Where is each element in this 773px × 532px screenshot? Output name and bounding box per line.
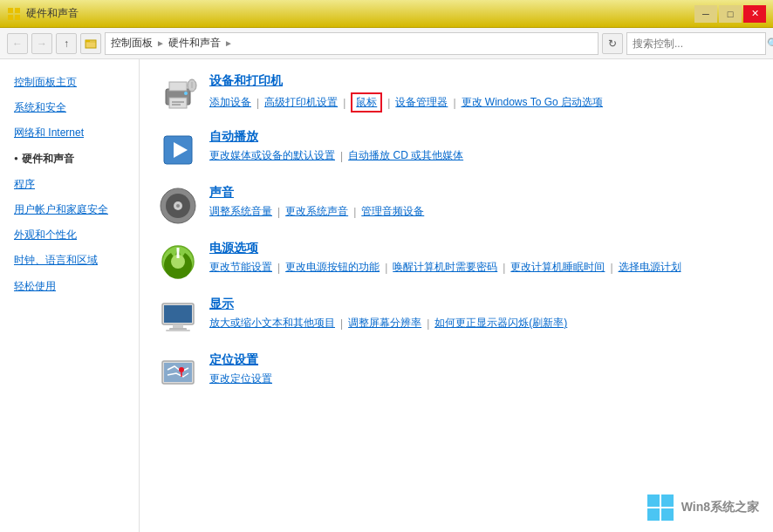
autoplay-title[interactable]: 自动播放 bbox=[209, 129, 756, 145]
svg-rect-2 bbox=[8, 15, 13, 20]
address-sep-2: ► bbox=[224, 38, 233, 48]
display-title[interactable]: 显示 bbox=[209, 297, 756, 312]
svg-rect-9 bbox=[172, 101, 184, 103]
link-default-settings[interactable]: 更改媒体或设备的默认设置 bbox=[209, 148, 335, 163]
power-title[interactable]: 电源选项 bbox=[209, 241, 756, 256]
link-add-device[interactable]: 添加设备 bbox=[209, 95, 251, 110]
svg-rect-25 bbox=[173, 324, 183, 328]
sep11: | bbox=[610, 262, 612, 274]
titlebar-left: 硬件和声音 bbox=[7, 6, 79, 21]
svg-point-30 bbox=[179, 367, 184, 372]
autoplay-content: 自动播放 更改媒体或设备的默认设置 | 自动播放 CD 或其他媒体 bbox=[209, 129, 756, 163]
minimize-button[interactable]: ─ bbox=[694, 5, 717, 23]
link-change-sounds[interactable]: 更改系统声音 bbox=[285, 204, 348, 219]
svg-rect-29 bbox=[164, 363, 192, 382]
window-title: 硬件和声音 bbox=[26, 6, 79, 21]
svg-point-19 bbox=[176, 204, 180, 208]
app-icon bbox=[7, 7, 21, 21]
address-sep-1: ► bbox=[156, 38, 165, 48]
category-autoplay: 自动播放 更改媒体或设备的默认设置 | 自动播放 CD 或其他媒体 bbox=[157, 129, 756, 171]
link-text-size[interactable]: 放大或缩小文本和其他项目 bbox=[209, 316, 335, 331]
maximize-button[interactable]: □ bbox=[719, 5, 742, 23]
link-wake-password[interactable]: 唤醒计算机时需要密码 bbox=[393, 260, 497, 275]
sidebar-item-programs[interactable]: 程序 bbox=[0, 172, 139, 197]
svg-rect-34 bbox=[647, 508, 660, 521]
display-links: 放大或缩小文本和其他项目 | 调整屏幕分辨率 | 如何更正显示器闪烁(刷新率) bbox=[209, 316, 756, 331]
devices-content: 设备和打印机 添加设备 | 高级打印机设置 | 鼠标 | 设备管理器 | 更改 … bbox=[209, 73, 756, 113]
svg-rect-0 bbox=[8, 8, 13, 13]
sep1: | bbox=[257, 97, 259, 109]
watermark-text: Win8系统之家 bbox=[681, 500, 759, 515]
sidebar-item-system[interactable]: 系统和安全 bbox=[0, 95, 139, 120]
sidebar-item-hardware[interactable]: 硬件和声音 bbox=[0, 147, 139, 172]
svg-rect-3 bbox=[15, 15, 20, 20]
category-display: 显示 放大或缩小文本和其他项目 | 调整屏幕分辨率 | 如何更正显示器闪烁(刷新… bbox=[157, 297, 756, 338]
autoplay-links: 更改媒体或设备的默认设置 | 自动播放 CD 或其他媒体 bbox=[209, 148, 756, 163]
link-mouse[interactable]: 鼠标 bbox=[351, 92, 382, 113]
link-power-button[interactable]: 更改电源按钮的功能 bbox=[285, 260, 380, 275]
back-button[interactable]: ← bbox=[7, 33, 28, 54]
link-windows-go[interactable]: 更改 Windows To Go 启动选项 bbox=[462, 95, 603, 110]
sep10: | bbox=[503, 262, 505, 274]
sidebar-item-network[interactable]: 网络和 Internet bbox=[0, 120, 139, 146]
link-autoplay-cd[interactable]: 自动播放 CD 或其他媒体 bbox=[348, 148, 463, 163]
address-part-1: 控制面板 bbox=[111, 36, 153, 51]
category-location: 定位设置 更改定位设置 bbox=[157, 352, 756, 394]
link-refresh-rate[interactable]: 如何更正显示器闪烁(刷新率) bbox=[434, 316, 567, 331]
sound-icon bbox=[157, 185, 199, 227]
sep5: | bbox=[340, 150, 343, 162]
link-device-manager[interactable]: 设备管理器 bbox=[395, 95, 448, 110]
sep13: | bbox=[427, 317, 429, 330]
link-location-settings[interactable]: 更改定位设置 bbox=[209, 372, 272, 386]
sep8: | bbox=[277, 262, 280, 274]
location-links: 更改定位设置 bbox=[209, 372, 756, 386]
address-bar[interactable]: 控制面板 ► 硬件和声音 ► bbox=[105, 32, 599, 55]
main-container: 控制面板主页 系统和安全 网络和 Internet 硬件和声音 程序 用户帐户和… bbox=[0, 59, 773, 532]
sep3: | bbox=[387, 97, 390, 109]
close-button[interactable]: ✕ bbox=[743, 5, 766, 23]
svg-rect-32 bbox=[647, 494, 660, 507]
sidebar-item-users[interactable]: 用户帐户和家庭安全 bbox=[0, 197, 139, 222]
sidebar-item-appearance[interactable]: 外观和个性化 bbox=[0, 222, 139, 248]
forward-button[interactable]: → bbox=[31, 33, 52, 54]
link-resolution[interactable]: 调整屏幕分辨率 bbox=[348, 316, 421, 331]
sep7: | bbox=[353, 206, 356, 218]
sep9: | bbox=[385, 262, 387, 274]
display-content: 显示 放大或缩小文本和其他项目 | 调整屏幕分辨率 | 如何更正显示器闪烁(刷新… bbox=[209, 297, 756, 331]
win8-logo-icon bbox=[646, 494, 674, 522]
sound-content: 声音 调整系统音量 | 更改系统声音 | 管理音频设备 bbox=[209, 185, 756, 219]
sidebar-item-accessibility[interactable]: 轻松使用 bbox=[0, 274, 139, 299]
search-input[interactable] bbox=[633, 38, 763, 50]
search-icon[interactable]: 🔍 bbox=[767, 38, 773, 50]
titlebar-controls: ─ □ ✕ bbox=[694, 5, 766, 23]
sidebar-item-home[interactable]: 控制面板主页 bbox=[0, 70, 139, 95]
address-part-2: 硬件和声音 bbox=[168, 36, 221, 51]
display-icon bbox=[157, 297, 199, 338]
folder-icon-button[interactable] bbox=[80, 33, 101, 54]
category-devices: 设备和打印机 添加设备 | 高级打印机设置 | 鼠标 | 设备管理器 | 更改 … bbox=[157, 73, 756, 115]
svg-rect-5 bbox=[86, 40, 90, 42]
svg-rect-7 bbox=[169, 82, 187, 91]
sep12: | bbox=[340, 317, 343, 330]
devices-links: 添加设备 | 高级打印机设置 | 鼠标 | 设备管理器 | 更改 Windows… bbox=[209, 92, 756, 113]
location-title[interactable]: 定位设置 bbox=[209, 352, 756, 368]
sep2: | bbox=[343, 97, 345, 109]
sidebar-item-clock[interactable]: 时钟、语言和区域 bbox=[0, 248, 139, 273]
watermark: Win8系统之家 bbox=[646, 494, 759, 522]
svg-rect-33 bbox=[661, 494, 674, 507]
link-power-plan[interactable]: 更改节能设置 bbox=[209, 260, 272, 275]
link-select-plan[interactable]: 选择电源计划 bbox=[619, 260, 681, 275]
sep4: | bbox=[453, 97, 455, 109]
link-manage-audio[interactable]: 管理音频设备 bbox=[361, 204, 424, 219]
search-bar: 🔍 bbox=[626, 32, 766, 55]
refresh-button[interactable]: ↻ bbox=[602, 33, 623, 54]
location-content: 定位设置 更改定位设置 bbox=[209, 352, 756, 386]
navbar: ← → ↑ 控制面板 ► 硬件和声音 ► ↻ 🔍 bbox=[0, 28, 773, 59]
sound-title[interactable]: 声音 bbox=[209, 185, 756, 201]
category-power: 电源选项 更改节能设置 | 更改电源按钮的功能 | 唤醒计算机时需要密码 | 更… bbox=[157, 241, 756, 283]
devices-title[interactable]: 设备和打印机 bbox=[209, 73, 756, 89]
link-sleep-time[interactable]: 更改计算机睡眠时间 bbox=[510, 260, 605, 275]
up-button[interactable]: ↑ bbox=[56, 33, 77, 54]
link-advanced-print[interactable]: 高级打印机设置 bbox=[264, 95, 338, 110]
link-adjust-volume[interactable]: 调整系统音量 bbox=[209, 204, 272, 219]
